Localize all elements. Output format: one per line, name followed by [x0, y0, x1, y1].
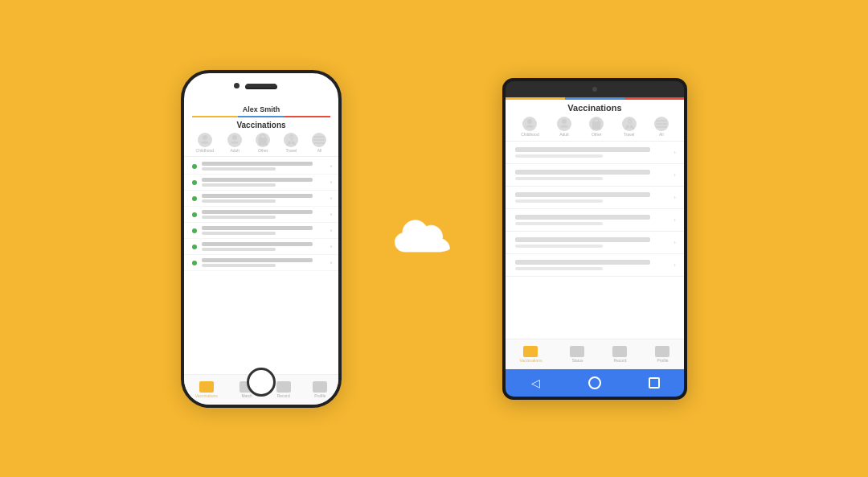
vax-lines-2 — [202, 178, 326, 187]
recent-icon — [649, 377, 660, 389]
vax-lines-6 — [202, 242, 326, 251]
android-vax-chevron-4: › — [674, 216, 676, 224]
category-all[interactable]: All — [312, 133, 326, 153]
android-profile-tab-label: Profile — [657, 358, 668, 363]
travel-icon — [284, 133, 298, 147]
android-color-red — [624, 97, 684, 100]
home-icon — [588, 376, 601, 389]
android-vax-line-sub-2 — [515, 177, 603, 180]
vax-row-7[interactable]: › — [184, 255, 338, 271]
android-category-adult[interactable]: Adult — [557, 117, 571, 137]
android-color-blue — [565, 97, 624, 100]
vax-dot-5 — [192, 228, 197, 233]
android-tab-vaccinations[interactable]: Vaccinations — [520, 346, 542, 363]
profile-tab-label: Profile — [314, 393, 326, 398]
android-vax-row-5[interactable]: › — [506, 232, 684, 254]
category-adult[interactable]: Adult — [227, 133, 242, 153]
tab-profile[interactable]: Profile — [313, 381, 327, 398]
vax-chevron-6: › — [330, 244, 332, 249]
android-vax-lines-2 — [515, 170, 674, 180]
vax-lines-3 — [202, 194, 326, 203]
vax-row-2[interactable]: › — [184, 175, 338, 191]
vax-line-title-7 — [202, 258, 313, 262]
vax-line-sub-4 — [202, 216, 276, 219]
vax-line-sub-2 — [202, 183, 276, 187]
vax-line-sub-3 — [202, 199, 276, 203]
android-profile-tab-icon — [655, 346, 669, 357]
android-vax-lines-4 — [515, 215, 674, 225]
vax-dot-7 — [192, 261, 197, 265]
profile-tab-icon — [313, 381, 327, 393]
category-childhood[interactable]: Childhood — [196, 133, 215, 153]
android-vax-line-title-6 — [515, 260, 650, 265]
android-all-icon — [654, 117, 669, 131]
vax-line-sub-7 — [202, 264, 276, 267]
android-category-other[interactable]: Other — [589, 117, 604, 137]
username-label: Alex Smith — [187, 105, 335, 113]
vax-row-5[interactable]: › — [184, 223, 338, 239]
vax-row-1[interactable]: › — [184, 158, 338, 175]
vax-row-6[interactable]: › — [184, 239, 338, 255]
android-vax-chevron-1: › — [674, 149, 676, 156]
vax-chevron-7: › — [330, 260, 332, 265]
android-vax-row-1[interactable]: › — [506, 142, 684, 164]
vax-line-title-4 — [202, 210, 313, 214]
android-recent-button[interactable] — [646, 375, 662, 391]
android-back-button[interactable]: ◁ — [527, 375, 543, 391]
android-category-row: Childhood Adult Other — [506, 117, 684, 142]
vaccination-list: › › › — [184, 157, 338, 326]
vax-lines-7 — [202, 258, 326, 267]
android-all-label: All — [659, 132, 664, 137]
iphone-home-button[interactable] — [247, 368, 276, 397]
android-vax-lines-3 — [515, 192, 674, 203]
android-vax-line-title-2 — [515, 170, 650, 175]
iphone-device: Alex Smith Vaccinations Childhood — [181, 70, 342, 408]
android-vax-line-title-3 — [515, 192, 650, 197]
android-status-tab-icon — [570, 346, 584, 357]
tab-vaccinations[interactable]: Vaccinations — [195, 381, 218, 398]
android-camera-dot — [592, 87, 597, 92]
android-tab-profile[interactable]: Profile — [655, 346, 669, 363]
android-vax-row-2[interactable]: › — [506, 164, 684, 187]
vax-line-title-2 — [202, 178, 313, 182]
category-travel[interactable]: Travel — [284, 133, 298, 153]
vax-chevron-4: › — [330, 212, 332, 217]
match-tab-label: Match — [241, 393, 252, 398]
android-vax-row-6[interactable]: › — [506, 254, 684, 277]
android-app-title: Vaccinations — [506, 103, 684, 113]
android-category-travel[interactable]: Travel — [622, 117, 637, 137]
vax-row-3[interactable]: › — [184, 191, 338, 207]
android-category-all[interactable]: All — [654, 117, 669, 137]
color-bar-yellow — [192, 116, 238, 118]
vax-line-sub-1 — [202, 167, 276, 171]
android-tab-status[interactable]: Status — [570, 346, 584, 363]
android-screen: Vaccinations Childhood Adult — [506, 97, 684, 369]
android-record-tab-label: Record — [613, 358, 626, 363]
android-vax-row-3[interactable]: › — [506, 187, 684, 209]
category-other[interactable]: Other — [256, 133, 270, 153]
record-tab-label: Record — [277, 393, 290, 398]
app-header: Alex Smith Vaccinations — [184, 101, 338, 134]
android-vax-chevron-5: › — [674, 239, 676, 246]
android-tab-record[interactable]: Record — [612, 346, 627, 363]
android-record-tab-icon — [612, 346, 627, 357]
vax-dot-3 — [192, 196, 197, 201]
android-vax-row-4[interactable]: › — [506, 209, 684, 232]
vax-chevron-3: › — [330, 195, 332, 201]
color-bar — [192, 116, 330, 118]
iphone-camera — [234, 83, 240, 88]
android-vax-lines-1 — [515, 147, 674, 158]
android-category-childhood[interactable]: Childhood — [521, 117, 539, 137]
android-vaccinations-tab-icon — [523, 346, 538, 357]
android-home-button[interactable] — [587, 375, 603, 391]
vax-row-4[interactable]: › — [184, 207, 338, 223]
vaccinations-tab-label: Vaccinations — [195, 393, 218, 398]
vax-lines-5 — [202, 226, 326, 235]
cloud-sync-icon — [390, 215, 454, 263]
vax-dot-2 — [192, 180, 197, 185]
color-bar-blue — [238, 116, 284, 118]
vax-lines-4 — [202, 210, 326, 219]
childhood-icon — [198, 133, 212, 147]
tab-record[interactable]: Record — [276, 381, 291, 398]
vax-chevron-1: › — [330, 163, 332, 169]
